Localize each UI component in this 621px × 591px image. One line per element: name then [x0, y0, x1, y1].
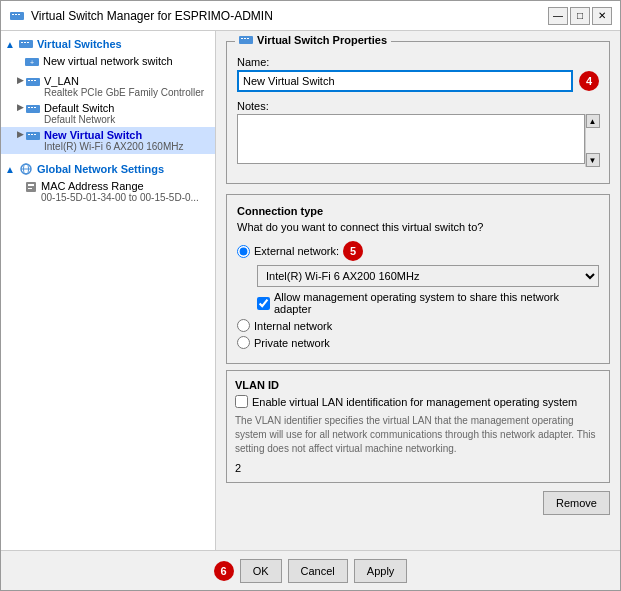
vlan-description: The VLAN identifier specifies the virtua…: [235, 414, 601, 456]
vlan-value: 2: [235, 462, 601, 474]
name-label: Name:: [237, 56, 599, 68]
sidebar-item-mac-address[interactable]: MAC Address Range 00-15-5D-01-34-00 to 0…: [1, 178, 215, 205]
sidebar-item-new-virtual[interactable]: + New virtual network switch: [1, 53, 215, 73]
external-network-row: External network: 5: [237, 241, 599, 261]
notes-label: Notes:: [237, 100, 599, 112]
notes-scrollbar[interactable]: ▲ ▼: [585, 114, 599, 167]
mac-sub: 00-15-5D-01-34-00 to 00-15-5D-0...: [41, 192, 211, 203]
right-panel-inner: Mahmudan.com Virtual Switch Properties N…: [226, 41, 610, 515]
left-panel: ▲ Virtual Switches + New virtual network…: [1, 31, 216, 550]
vlan-checkbox-row: Enable virtual LAN identification for ma…: [235, 395, 601, 408]
svg-rect-11: [28, 80, 30, 81]
internal-network-label: Internal network: [254, 320, 332, 332]
svg-rect-7: [27, 42, 29, 43]
title-bar: Virtual Switch Manager for ESPRIMO-ADMIN…: [1, 1, 620, 31]
external-network-select[interactable]: Intel(R) Wi-Fi 6 AX200 160MHz: [257, 265, 599, 287]
name-badge: 4: [579, 71, 599, 91]
virtual-switch-manager-window: Virtual Switch Manager for ESPRIMO-ADMIN…: [0, 0, 621, 591]
vlan-sub: Realtek PCIe GbE Family Controller: [44, 87, 211, 98]
title-icon: [9, 8, 25, 24]
vlan-checkbox[interactable]: [235, 395, 248, 408]
remove-button-row: Remove: [226, 491, 610, 515]
private-network-label: Private network: [254, 337, 330, 349]
apply-button[interactable]: Apply: [354, 559, 408, 583]
title-bar-buttons: — □ ✕: [548, 7, 612, 25]
properties-section-title: Virtual Switch Properties: [235, 34, 391, 46]
properties-title-text: Virtual Switch Properties: [257, 34, 387, 46]
scroll-down-icon[interactable]: ▼: [586, 153, 600, 167]
ok-badge: 6: [214, 561, 234, 581]
svg-rect-19: [28, 134, 30, 135]
mac-icon: [25, 181, 37, 196]
svg-rect-25: [26, 182, 36, 192]
internal-network-radio[interactable]: [237, 319, 250, 332]
notes-textarea[interactable]: [237, 114, 585, 164]
sidebar-item-vlan[interactable]: ▶ V_LAN Realtek PCIe GbE Family Controll…: [1, 73, 215, 100]
svg-rect-31: [247, 38, 249, 39]
name-input[interactable]: [237, 70, 573, 92]
svg-rect-13: [34, 80, 36, 81]
svg-rect-14: [26, 105, 40, 113]
private-network-radio[interactable]: [237, 336, 250, 349]
external-network-radio[interactable]: [237, 245, 250, 258]
svg-rect-28: [239, 36, 253, 44]
internal-network-row: Internal network: [237, 319, 599, 332]
svg-rect-27: [28, 188, 32, 189]
svg-rect-20: [31, 134, 33, 135]
nvs-label: New Virtual Switch: [44, 129, 211, 141]
global-network-label: Global Network Settings: [37, 163, 164, 175]
svg-rect-17: [34, 107, 36, 108]
title-text: Virtual Switch Manager for ESPRIMO-ADMIN: [31, 9, 548, 23]
close-button[interactable]: ✕: [592, 7, 612, 25]
cancel-button[interactable]: Cancel: [288, 559, 348, 583]
virtual-switches-header[interactable]: ▲ Virtual Switches: [1, 35, 215, 53]
virtual-switches-label: Virtual Switches: [37, 38, 122, 50]
right-panel: Mahmudan.com Virtual Switch Properties N…: [216, 31, 620, 550]
name-field-row: Name: 4: [237, 56, 599, 92]
svg-rect-1: [12, 14, 14, 15]
allow-management-row: Allow management operating system to sha…: [257, 291, 599, 315]
vlan-icon: [26, 76, 40, 91]
svg-rect-16: [31, 107, 33, 108]
svg-rect-3: [18, 14, 20, 15]
vlan-label: V_LAN: [44, 75, 211, 87]
external-network-label: External network:: [254, 245, 339, 257]
svg-rect-5: [21, 42, 23, 43]
vlan-section: VLAN ID Enable virtual LAN identificatio…: [226, 370, 610, 483]
sidebar-item-new-virtual-switch[interactable]: ▶ New Virtual Switch Intel(R) Wi-Fi 6 AX…: [1, 127, 215, 154]
default-switch-icon: [26, 103, 40, 118]
nvs-sub: Intel(R) Wi-Fi 6 AX200 160MHz: [44, 141, 211, 152]
svg-rect-10: [26, 78, 40, 86]
sidebar-item-default-switch[interactable]: ▶ Default Switch Default Network: [1, 100, 215, 127]
remove-button[interactable]: Remove: [543, 491, 610, 515]
bottom-bar: 6 OK Cancel Apply: [1, 550, 620, 590]
svg-rect-4: [19, 40, 33, 48]
global-network-header[interactable]: ▲ Global Network Settings: [1, 160, 215, 178]
vs-chevron-icon: ▲: [5, 39, 15, 50]
default-switch-sub: Default Network: [44, 114, 211, 125]
svg-rect-29: [241, 38, 243, 39]
connection-type-title: Connection type: [237, 205, 599, 217]
new-switch-icon: +: [25, 56, 39, 71]
svg-rect-0: [10, 12, 24, 20]
svg-rect-15: [28, 107, 30, 108]
svg-text:+: +: [30, 59, 34, 66]
mac-label: MAC Address Range: [41, 180, 211, 192]
external-badge: 5: [343, 241, 363, 261]
allow-management-label: Allow management operating system to sha…: [274, 291, 599, 315]
allow-management-checkbox[interactable]: [257, 297, 270, 310]
nvs-expand-icon: ▶: [17, 129, 24, 139]
svg-rect-18: [26, 132, 40, 140]
vlan-checkbox-label: Enable virtual LAN identification for ma…: [252, 396, 577, 408]
scroll-up-icon[interactable]: ▲: [586, 114, 600, 128]
connection-type-section: Connection type What do you want to conn…: [226, 194, 610, 364]
main-content: ▲ Virtual Switches + New virtual network…: [1, 31, 620, 550]
gns-chevron-icon: ▲: [5, 164, 15, 175]
svg-rect-21: [34, 134, 36, 135]
ok-button[interactable]: OK: [240, 559, 282, 583]
vlan-title: VLAN ID: [235, 379, 601, 391]
default-expand-icon: ▶: [17, 102, 24, 112]
minimize-button[interactable]: —: [548, 7, 568, 25]
svg-rect-26: [28, 184, 34, 186]
maximize-button[interactable]: □: [570, 7, 590, 25]
